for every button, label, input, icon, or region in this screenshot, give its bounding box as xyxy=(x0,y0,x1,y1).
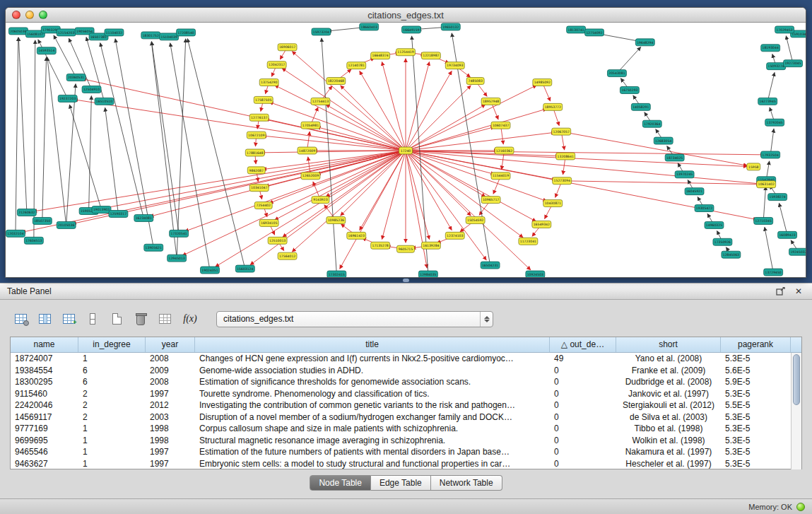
graph-node[interactable]: 10985236 xyxy=(326,216,346,223)
graph-node[interactable]: 17054981 xyxy=(301,122,320,129)
scrollbar-thumb[interactable] xyxy=(793,354,800,405)
graph-node[interactable]: 12845063 xyxy=(722,251,741,258)
table-row[interactable]: 1938455462009Genome-wide association stu… xyxy=(11,365,791,377)
graph-node[interactable]: 11254419 xyxy=(396,49,416,56)
graph-node[interactable]: 12510013 xyxy=(268,237,287,244)
graph-node[interactable]: 16934105 xyxy=(259,219,278,226)
graph-node[interactable]: 12218987 xyxy=(421,52,440,59)
graph-node[interactable]: 11723041 xyxy=(519,238,538,245)
graph-node[interactable]: 17302415 xyxy=(327,271,346,277)
graph-node[interactable]: 19273045 xyxy=(784,60,803,67)
table-row[interactable]: 1456911722003Disruption of a novel membe… xyxy=(11,411,791,424)
graph-node[interactable]: 12140781 xyxy=(347,62,366,69)
graph-node[interactable]: 16549342 xyxy=(532,221,551,228)
graph-node[interactable]: 18734025 xyxy=(665,154,684,161)
graph-node[interactable]: 16510510 xyxy=(95,98,114,105)
zoom-button[interactable] xyxy=(39,11,47,19)
tab-node-table[interactable]: Node Table xyxy=(310,475,371,491)
graph-node[interactable]: 15273094 xyxy=(553,177,572,185)
graph-node[interactable]: 12042317 xyxy=(267,62,286,69)
graph-node[interactable]: 18193044 xyxy=(761,45,780,52)
import-table-button[interactable] xyxy=(154,310,175,328)
graph-node[interactable]: 12776137 xyxy=(249,114,269,121)
column-header-6[interactable]: pagerank xyxy=(721,337,791,352)
graph-node[interactable]: 17587505 xyxy=(254,96,273,103)
column-header-3[interactable]: title xyxy=(195,337,550,352)
close-panel-icon[interactable]: ✕ xyxy=(792,286,805,297)
graph-node[interactable]: 13970245 xyxy=(675,171,694,178)
graph-node[interactable]: 16045921 xyxy=(685,188,704,195)
table-mode-button[interactable] xyxy=(10,310,31,328)
table-row[interactable]: 946362711997Embryonic stem cells: a mode… xyxy=(11,458,791,470)
table-row[interactable]: 977716911998Corpus callosum shape and si… xyxy=(11,423,791,435)
graph-node[interactable]: 16649159 xyxy=(402,26,421,33)
float-panel-icon[interactable] xyxy=(774,286,787,297)
graph-node[interactable]: 13792045 xyxy=(765,119,784,126)
graph-node[interactable]: 14872009 xyxy=(298,147,317,154)
graph-node[interactable]: 19648294 xyxy=(635,39,654,46)
table-scrollbar[interactable] xyxy=(791,353,801,469)
graph-node[interactable]: 13905621 xyxy=(144,244,163,251)
new-table-button[interactable] xyxy=(106,310,127,328)
graph-node[interactable]: 10965717 xyxy=(481,197,500,204)
graph-node[interactable]: 16273945 xyxy=(758,98,777,105)
graph-node[interactable]: 11544019 xyxy=(491,173,510,180)
table-row[interactable]: 1830029562008Estimation of significance … xyxy=(11,376,791,388)
graph-node[interactable]: 17320541 xyxy=(170,230,189,237)
graph-node[interactable]: 20360531 xyxy=(66,74,86,81)
graph-node[interactable]: 16139284 xyxy=(421,242,440,249)
graph-node[interactable]: 12154203 xyxy=(57,29,76,36)
tab-network-table[interactable]: Network Table xyxy=(431,475,502,491)
graph-node[interactable]: 13754290 xyxy=(259,79,278,86)
graph-node[interactable]: 12067057 xyxy=(552,128,571,135)
graph-node[interactable]: 16089423 xyxy=(778,231,797,238)
column-header-1[interactable]: in_degree xyxy=(78,337,146,352)
graph-node[interactable]: 17932504 xyxy=(761,151,780,158)
graph-node[interactable]: 19305472 xyxy=(695,205,714,212)
graph-node[interactable]: 12683054 xyxy=(654,137,673,144)
graph-node[interactable]: 15938274 xyxy=(768,194,787,201)
graph-node[interactable]: 7254402 xyxy=(254,202,272,209)
close-button[interactable] xyxy=(12,11,20,19)
graph-node[interactable]: 14593514 xyxy=(37,47,56,54)
graph-node[interactable]: 17240 xyxy=(399,147,413,154)
graph-node[interactable]: 7485083 xyxy=(466,78,484,85)
graph-node[interactable]: 13208641 xyxy=(556,153,575,160)
graph-node[interactable]: 16750293 xyxy=(620,86,639,93)
graph-node[interactable]: 19013902 xyxy=(92,206,111,214)
table-row[interactable]: 911546021997Tourette syndrome. Phenomeno… xyxy=(11,388,791,400)
graph-node[interactable]: 19734093 xyxy=(445,62,464,69)
graph-node[interactable]: 10924503 xyxy=(526,271,545,277)
graph-node[interactable]: 12984035 xyxy=(418,271,437,277)
graph-node[interactable]: 18507350 xyxy=(33,217,52,224)
delete-column-button[interactable] xyxy=(130,310,151,328)
column-header-5[interactable]: short xyxy=(616,337,721,352)
graph-node[interactable]: 10631402 xyxy=(757,181,776,188)
graph-node[interactable]: 12945013 xyxy=(167,255,187,262)
graph-node[interactable]: 19024351 xyxy=(201,267,220,274)
graph-node[interactable]: 12374103 xyxy=(445,232,464,239)
graph-node[interactable]: 15603124 xyxy=(235,265,254,272)
graph-node[interactable]: 18660403 xyxy=(360,23,379,30)
graph-node[interactable]: 12652009 xyxy=(301,173,320,180)
graph-node[interactable]: 17029453 xyxy=(775,26,794,33)
network-canvas[interactable]: 1724011254419122189871973409374850831895… xyxy=(6,23,806,277)
graph-node[interactable]: 20605036 xyxy=(8,28,28,35)
graph-node[interactable]: 12590317 xyxy=(109,211,128,218)
graph-node[interactable]: 19650132 xyxy=(441,23,460,30)
graph-node[interactable]: 18130741 xyxy=(567,26,586,33)
graph-node[interactable]: 19237203 xyxy=(58,95,77,102)
graph-node[interactable]: 21260632 xyxy=(17,209,36,216)
graph-node[interactable]: 12032104 xyxy=(6,230,25,237)
graph-node[interactable]: 12710345 xyxy=(754,217,773,224)
table-row[interactable]: 1872400712008Changes of HCN gene express… xyxy=(11,353,791,365)
graph-node[interactable]: 10430871 xyxy=(543,200,563,207)
graph-node[interactable]: 10672109 xyxy=(247,132,266,139)
graph-node[interactable]: 18301752 xyxy=(141,32,160,39)
graph-node[interactable]: 14985092 xyxy=(533,79,552,86)
function-builder-button[interactable]: f(x) xyxy=(178,310,202,328)
graph-node[interactable]: 15973204 xyxy=(312,28,331,35)
graph-node[interactable]: 10341047 xyxy=(249,185,269,192)
graph-node[interactable]: 12504910 xyxy=(82,86,101,93)
table-row[interactable]: 969969511998Structural magnetic resonanc… xyxy=(11,435,791,447)
